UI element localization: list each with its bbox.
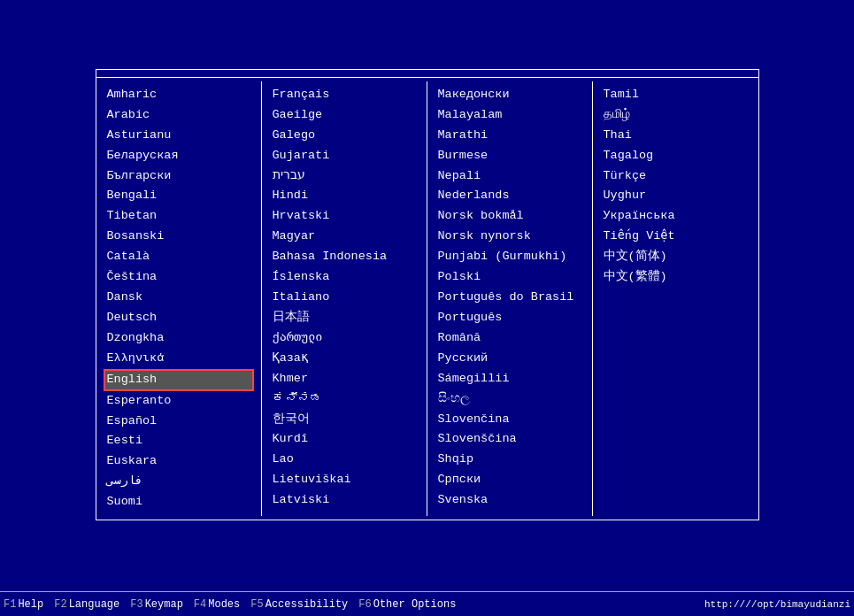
fkey-label-f2: Language xyxy=(69,598,120,611)
language-item[interactable]: Suomi xyxy=(104,492,254,512)
language-item[interactable]: Tibetan xyxy=(104,206,254,227)
language-item[interactable]: Burmese xyxy=(435,146,585,166)
language-item[interactable]: Bengali xyxy=(104,186,254,206)
language-column-0: AmharicArabicAsturianuБеларускаяБългарск… xyxy=(96,81,262,516)
fkey-f2: F2 xyxy=(54,598,66,611)
language-item[interactable]: Norsk bokmål xyxy=(435,206,585,227)
language-item[interactable]: Dzongkha xyxy=(104,328,254,349)
language-item[interactable]: Hrvatski xyxy=(269,206,419,227)
language-item[interactable]: Tagalog xyxy=(600,146,751,166)
fkey-label-f4: Modes xyxy=(208,598,240,611)
language-item[interactable]: Kurdî xyxy=(269,429,419,450)
language-item[interactable]: Norsk nynorsk xyxy=(435,227,585,247)
language-item[interactable]: Български xyxy=(104,166,254,187)
language-item[interactable]: Magyar xyxy=(269,227,419,247)
language-column-3: Tamilதமிழ்ThaiTagalogTürkçeUyghurУкраїнс… xyxy=(593,81,758,516)
language-item[interactable]: Nepali xyxy=(435,166,585,187)
language-item[interactable]: Hindi xyxy=(269,186,419,206)
fkey-f6: F6 xyxy=(358,598,371,611)
fkey-f3: F3 xyxy=(130,598,142,611)
bottom-bar-item-f5[interactable]: F5 Accessibility xyxy=(250,598,348,611)
language-item[interactable]: Uyghur xyxy=(600,186,751,206)
language-item[interactable]: English xyxy=(104,369,254,391)
language-item[interactable]: Eesti xyxy=(104,431,254,451)
language-item[interactable]: Íslenska xyxy=(269,267,419,288)
language-item[interactable]: 한국어 xyxy=(269,410,419,430)
language-item[interactable]: Українська xyxy=(600,206,751,227)
language-item[interactable]: فارسی xyxy=(104,472,254,492)
fkey-label-f3: Keymap xyxy=(145,598,183,611)
fkey-f5: F5 xyxy=(250,598,263,611)
fkey-label-f6: Other Options xyxy=(373,598,457,611)
fkey-f1: F1 xyxy=(4,598,16,611)
language-item[interactable]: Čeština xyxy=(104,267,254,288)
language-item[interactable]: 中文(简体) xyxy=(600,247,751,267)
language-item[interactable]: Khmer xyxy=(269,369,419,389)
language-item[interactable]: Slovenščina xyxy=(435,429,585,450)
dialog-title xyxy=(96,70,758,78)
language-item[interactable]: Arabic xyxy=(104,105,254,126)
language-item[interactable]: Қазақ xyxy=(269,349,419,369)
language-item[interactable]: Português xyxy=(435,308,585,328)
language-item[interactable]: Gaeilge xyxy=(269,105,419,126)
fkey-label-f1: Help xyxy=(18,598,43,611)
language-item[interactable]: Français xyxy=(269,85,419,105)
bottom-bar-item-f4[interactable]: F4 Modes xyxy=(194,598,240,611)
language-item[interactable]: 中文(繁體) xyxy=(600,267,751,288)
bottom-bar: F1 Help F2 Language F3 Keymap F4 Modes F… xyxy=(0,591,854,616)
language-item[interactable]: සිංහල xyxy=(435,389,585,410)
language-item[interactable]: Tamil xyxy=(600,85,751,105)
language-item[interactable]: Italiano xyxy=(269,288,419,308)
language-item[interactable]: Српски xyxy=(435,470,585,490)
language-item[interactable]: Bahasa Indonesia xyxy=(269,247,419,267)
language-item[interactable]: Latviski xyxy=(269,490,419,511)
language-item[interactable]: Português do Brasil xyxy=(435,288,585,308)
url-text: http:////opt/bimayudianzi xyxy=(704,599,850,610)
language-column-2: МакедонскиMalayalamMarathiBurmeseNepaliN… xyxy=(427,81,593,516)
language-item[interactable]: Slovenčina xyxy=(435,410,585,430)
language-item[interactable]: Ελληνικά xyxy=(104,349,254,369)
language-item[interactable]: Català xyxy=(104,247,254,267)
language-item[interactable]: ಕನ್ನಡ xyxy=(269,389,419,410)
language-item[interactable]: Lao xyxy=(269,450,419,470)
fkey-label-f5: Accessibility xyxy=(265,598,349,611)
language-item[interactable]: Română xyxy=(435,328,585,349)
bottom-bar-item-f6[interactable]: F6 Other Options xyxy=(358,598,456,611)
language-item[interactable]: Bosanski xyxy=(104,227,254,247)
language-item[interactable]: Marathi xyxy=(435,126,585,146)
bottom-bar-item-f2[interactable]: F2 Language xyxy=(54,598,119,611)
language-item[interactable]: Gujarati xyxy=(269,146,419,166)
language-item[interactable]: Thai xyxy=(600,126,751,146)
language-item[interactable]: Nederlands xyxy=(435,186,585,206)
language-item[interactable]: Shqip xyxy=(435,450,585,470)
language-item[interactable]: Tiếng Việt xyxy=(600,227,751,247)
language-item[interactable]: தமிழ் xyxy=(600,105,751,126)
language-item[interactable]: Euskara xyxy=(104,451,254,472)
language-item[interactable]: Amharic xyxy=(104,85,254,105)
language-item[interactable]: עברית xyxy=(269,166,419,187)
language-item[interactable]: Dansk xyxy=(104,288,254,308)
language-item[interactable]: Español xyxy=(104,412,254,432)
language-item[interactable]: Esperanto xyxy=(104,391,254,412)
language-item[interactable]: Svenska xyxy=(435,490,585,511)
language-item[interactable]: Sámegillii xyxy=(435,369,585,389)
language-column-1: FrançaisGaeilgeGalegoGujaratiעבריתHindiH… xyxy=(262,81,427,516)
language-item[interactable]: Polski xyxy=(435,267,585,288)
language-item[interactable]: Asturianu xyxy=(104,126,254,146)
language-item[interactable]: Galego xyxy=(269,126,419,146)
language-item[interactable]: Malayalam xyxy=(435,105,585,126)
language-item[interactable]: 日本語 xyxy=(269,308,419,328)
language-dialog: AmharicArabicAsturianuБеларускаяБългарск… xyxy=(96,69,759,520)
language-item[interactable]: Türkçe xyxy=(600,166,751,187)
language-item[interactable]: ქართული xyxy=(269,328,419,349)
language-item[interactable]: Македонски xyxy=(435,85,585,105)
main-container: AmharicArabicAsturianuБеларускаяБългарск… xyxy=(0,0,854,616)
bottom-bar-item-f1[interactable]: F1 Help xyxy=(4,598,43,611)
language-item[interactable]: Deutsch xyxy=(104,308,254,328)
bottom-bar-item-f3[interactable]: F3 Keymap xyxy=(130,598,183,611)
language-item[interactable]: Punjabi (Gurmukhi) xyxy=(435,247,585,267)
language-item[interactable]: Lietuviškai xyxy=(269,470,419,490)
language-item[interactable]: Русский xyxy=(435,349,585,369)
language-item[interactable]: Беларуская xyxy=(104,146,254,166)
fkey-f4: F4 xyxy=(194,598,206,611)
